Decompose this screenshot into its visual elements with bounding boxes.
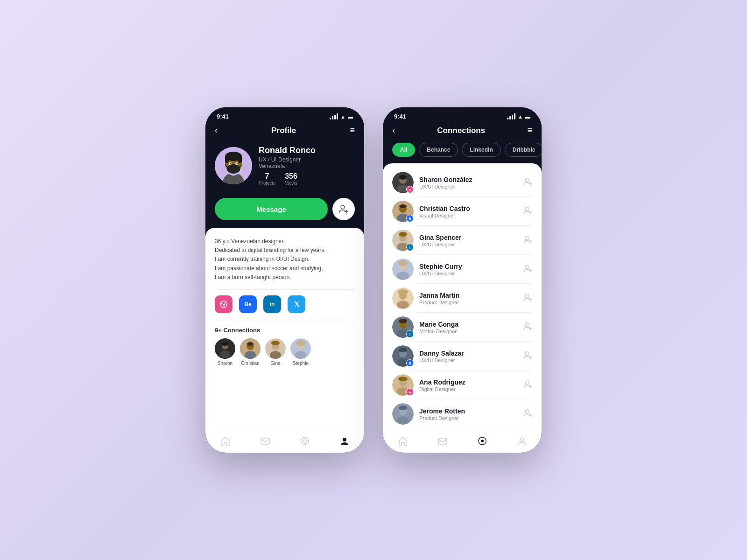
connection-role: Product Designer [419,415,518,421]
connection-role: Motion Designer [419,329,518,334]
list-info: Gina Spencer UX/UI Designer [419,234,518,247]
filter-linkedin[interactable]: LinkedIn [462,143,500,157]
linkedin-label: in [270,301,275,308]
svg-point-78 [525,323,529,327]
add-connection-icon[interactable] [524,351,532,362]
connection-name: Stephie [290,361,311,366]
add-connection-icon[interactable] [524,409,532,420]
list-item[interactable]: Harry Potter UI Designer [383,428,542,431]
connection-name: Sharon González [419,176,518,183]
list-item[interactable]: B Danny Salazar UX/UI Designer [383,342,542,371]
phones-container: 9:41 ▲ ▬ ‹ Profile ≡ [205,107,542,453]
behance-link[interactable]: Be [239,295,257,313]
list-item[interactable]: ● Sharon González UX/UI Designer [383,168,542,197]
user-role: UX / UI Designer [259,156,316,163]
person-add-icon [524,380,532,388]
list-item[interactable]: i Gina Spencer UX/UI Designer [383,226,542,255]
svg-point-29 [271,341,280,345]
connection-name: Danny Salazar [419,350,518,357]
list-avatar: ● [392,172,414,193]
person-add-icon [524,322,532,330]
user-name: Ronald Ronco [259,146,316,155]
profile-icon [517,436,527,446]
svg-point-37 [343,438,346,441]
profile-status-bar: 9:41 ▲ ▬ [205,107,364,122]
list-item[interactable]: Christian [240,338,261,366]
platform-badge-dribbble: ● [406,388,414,396]
filter-dribbble[interactable]: Dribbble [505,143,542,157]
twitter-link[interactable]: 𝕏 [288,295,305,313]
filter-tabs: All Behance LinkedIn Dribbble [383,141,542,163]
nav-home[interactable] [220,436,231,446]
conn-wifi-icon: ▲ [518,114,523,119]
svg-point-50 [525,207,529,211]
list-item[interactable]: Stephie [290,338,311,366]
platform-badge-behance: B [406,359,414,367]
list-item[interactable]: i Marie Conga Motion Designer [383,313,542,342]
add-connection-icon[interactable] [524,177,532,188]
svg-rect-34 [261,438,269,444]
avatar-svg [392,259,414,280]
list-item[interactable]: Sharon [215,338,235,366]
list-item[interactable]: Stephie Curry UX/UI Designer [383,255,542,284]
conn-status-icons: ▲ ▬ [507,113,530,119]
connections-bottom-nav [383,431,542,453]
nav-profile[interactable] [339,436,350,446]
list-item[interactable]: B Christian Castro Visual Designer [383,197,542,226]
connection-name: Jerome Rotten [419,407,518,415]
list-avatar: B [392,201,414,222]
views-count: 356 [285,172,297,181]
add-connection-icon[interactable] [524,322,532,333]
linkedin-link[interactable]: in [263,295,281,313]
twitter-label: 𝕏 [294,301,299,308]
battery-icon: ▬ [348,114,353,119]
add-connection-icon[interactable] [524,380,532,391]
user-location: Venezuela [259,163,316,169]
list-info: Sharon González UX/UI Designer [419,176,518,189]
person-add-icon [524,264,532,273]
list-item[interactable]: Gina [265,338,286,366]
filter-behance[interactable]: Behance [419,143,458,157]
explore-active-icon [477,436,487,446]
platform-badge-behance: B [406,215,414,222]
svg-point-92 [525,381,529,385]
svg-point-42 [399,175,407,180]
add-connection-button[interactable] [332,198,355,220]
filter-all[interactable]: All [392,143,415,157]
divider-2 [215,321,355,321]
action-buttons: Message [205,193,364,228]
profile-bottom-nav [205,431,364,453]
dribbble-link[interactable] [215,295,233,313]
back-button[interactable]: ‹ [215,126,218,135]
profile-phone: 9:41 ▲ ▬ ‹ Profile ≡ [205,107,364,453]
menu-icon[interactable]: ≡ [350,126,355,135]
add-connection-icon[interactable] [524,264,532,275]
conn-nav-explore[interactable] [477,436,487,446]
conn-nav-profile[interactable] [517,436,527,446]
add-user-icon [339,204,348,214]
add-connection-icon[interactable] [524,293,532,304]
list-item[interactable]: Jerome Rotten Product Designer [383,399,542,428]
connection-role: Product Designer [419,300,518,305]
nav-messages[interactable] [260,436,270,446]
list-item[interactable]: ● Ana Rodriguez Digital Designer [383,371,542,399]
connection-name: Gina Spencer [419,234,518,241]
conn-nav-messages[interactable] [437,436,448,446]
conn-back-button[interactable]: ‹ [392,126,395,135]
conn-nav-home[interactable] [398,436,408,446]
conn-menu-icon[interactable]: ≡ [527,126,532,135]
nav-explore[interactable] [300,436,310,446]
connections-avatars: Sharon Christian [215,338,355,366]
connection-role: UX/UI Designer [419,184,518,189]
svg-rect-10 [227,167,240,171]
message-button[interactable]: Message [215,198,328,220]
svg-point-71 [525,294,529,298]
dribbble-icon [219,300,228,308]
list-item[interactable]: Janna Martin Product Designer [383,284,542,313]
connections-time: 9:41 [394,113,406,120]
explore-icon [300,436,310,446]
add-connection-icon[interactable] [524,235,532,246]
avatar-svg [392,403,414,425]
list-avatar [392,287,414,309]
add-connection-icon[interactable] [524,206,532,217]
